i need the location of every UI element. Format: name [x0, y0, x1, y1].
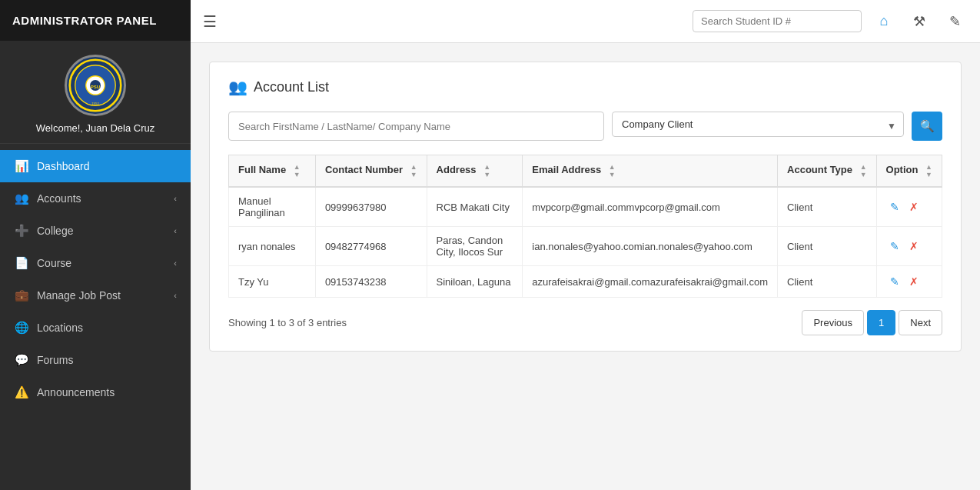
sort-icon-account-type[interactable]: ▲▼ [860, 163, 867, 178]
locations-icon: 🌐 [14, 321, 29, 335]
sidebar-item-accounts[interactable]: 👥 Accounts ‹ [0, 182, 191, 215]
sidebar-item-forums[interactable]: 💬 Forums [0, 344, 191, 376]
search-button[interactable]: 🔍 [912, 112, 942, 141]
sidebar-item-locations[interactable]: 🌐 Locations [0, 312, 191, 344]
edit-button-2[interactable]: ✎ [886, 274, 903, 289]
cell-account-type: Client [778, 187, 877, 227]
svg-text:1952: 1952 [91, 102, 99, 105]
course-icon: 📄 [14, 256, 29, 270]
cell-option: ✎ ✗ [876, 266, 942, 298]
sidebar-item-course[interactable]: 📄 Course ‹ [0, 247, 191, 279]
col-address: Address ▲▼ [427, 155, 523, 188]
delete-button-2[interactable]: ✗ [905, 274, 922, 289]
table-footer: Showing 1 to 3 of 3 entries Previous 1 N… [228, 310, 942, 335]
home-icon[interactable]: ⌂ [871, 8, 897, 35]
chevron-icon-college: ‹ [174, 226, 177, 235]
forums-icon: 💬 [14, 353, 29, 367]
main-content: ☰ ⌂ ⚒ ✎ 👥 Account List Company Client In… [191, 0, 980, 490]
sidebar-item-label-accounts: Accounts [37, 192, 81, 205]
col-email: Email Address ▲▼ [523, 155, 778, 188]
cell-email: azurafeisakrai@gmail.comazurafeisakrai@g… [523, 266, 778, 298]
account-list-title: 👥 Account List [228, 78, 942, 96]
chevron-icon-course: ‹ [174, 258, 177, 268]
sidebar-logo: PSU 1952 [65, 55, 126, 116]
cell-email: mvpcorp@gmail.commvpcorp@gmail.com [523, 187, 778, 227]
dashboard-icon: 📊 [14, 159, 29, 173]
filter-row: Company Client Individual Client All ▼ 🔍 [228, 112, 942, 141]
edit-button-0[interactable]: ✎ [886, 199, 903, 215]
cell-fullname: Manuel Pangilinan [229, 187, 316, 227]
cell-address: Paras, Candon City, Ilocos Sur [427, 227, 523, 266]
table-header-row: Full Name ▲▼ Contact Number ▲▼ Address ▲… [229, 155, 942, 188]
account-card: 👥 Account List Company Client Individual… [209, 62, 962, 352]
table-row: ryan nonales 09482774968 Paras, Candon C… [229, 227, 942, 266]
pagination: Previous 1 Next [802, 310, 942, 335]
announcements-icon: ⚠️ [14, 385, 29, 399]
account-type-select[interactable]: Company Client Individual Client All [612, 112, 904, 137]
wrench-icon[interactable]: ⚒ [906, 8, 932, 35]
previous-button[interactable]: Previous [802, 310, 864, 335]
col-contact: Contact Number ▲▼ [315, 155, 427, 188]
cell-option: ✎ ✗ [876, 227, 942, 266]
cell-account-type: Client [778, 227, 877, 266]
cell-address: RCB Makati City [427, 187, 523, 227]
page-1-button[interactable]: 1 [867, 310, 895, 335]
page-title: Account List [254, 79, 329, 95]
sidebar-item-announcements[interactable]: ⚠️ Announcements [0, 376, 191, 408]
sort-icon-email[interactable]: ▲▼ [609, 163, 616, 178]
name-search-input[interactable] [228, 112, 604, 141]
delete-button-1[interactable]: ✗ [905, 238, 922, 254]
sidebar: ADMINISTRATOR PANEL PSU 1952 Welcome!, J… [0, 0, 191, 490]
table-body: Manuel Pangilinan 09999637980 RCB Makati… [229, 187, 942, 298]
sidebar-logo-area: PSU 1952 Welcome!, Juan Dela Cruz [0, 41, 191, 144]
cell-fullname: Tzy Yu [229, 266, 316, 298]
sidebar-item-dashboard[interactable]: 📊 Dashboard [0, 150, 191, 182]
hamburger-icon[interactable]: ☰ [203, 12, 217, 31]
sidebar-item-college[interactable]: ➕ College ‹ [0, 215, 191, 247]
cell-email: ian.nonales@yahoo.comian.nonales@yahoo.c… [523, 227, 778, 266]
cell-contact: 09482774968 [315, 227, 427, 266]
cell-option: ✎ ✗ [876, 187, 942, 227]
accounts-icon: 👥 [14, 192, 29, 205]
sort-icon-address[interactable]: ▲▼ [483, 163, 490, 178]
sort-icon-option[interactable]: ▲▼ [925, 163, 932, 178]
sidebar-item-label-announcements: Announcements [37, 386, 115, 398]
sort-icon-fullname[interactable]: ▲▼ [294, 163, 301, 178]
chevron-icon-job-post: ‹ [174, 291, 177, 300]
users-icon: 👥 [228, 78, 247, 96]
job-post-icon: 💼 [14, 288, 29, 302]
edit-button-1[interactable]: ✎ [886, 238, 903, 254]
topbar: ☰ ⌂ ⚒ ✎ [191, 0, 980, 43]
cell-account-type: Client [778, 266, 877, 298]
chevron-icon-accounts: ‹ [174, 194, 177, 203]
sidebar-item-label-forums: Forums [37, 354, 73, 366]
sidebar-item-label-course: Course [37, 257, 71, 269]
table-row: Tzy Yu 09153743238 Siniloan, Laguna azur… [229, 266, 942, 298]
cell-fullname: ryan nonales [229, 227, 316, 266]
delete-button-0[interactable]: ✗ [905, 199, 922, 215]
cell-address: Siniloan, Laguna [427, 266, 523, 298]
search-icon: 🔍 [920, 119, 935, 133]
sidebar-nav: 📊 Dashboard 👥 Accounts ‹ ➕ College ‹ 📄 C… [0, 144, 191, 490]
sidebar-item-manage-job-post[interactable]: 💼 Manage Job Post ‹ [0, 279, 191, 312]
sort-icon-contact[interactable]: ▲▼ [410, 163, 417, 178]
showing-text: Showing 1 to 3 of 3 entries [228, 317, 347, 328]
col-fullname: Full Name ▲▼ [229, 155, 316, 188]
sidebar-welcome: Welcome!, Juan Dela Cruz [30, 122, 161, 134]
type-select-wrapper: Company Client Individual Client All ▼ [612, 112, 904, 141]
cell-contact: 09999637980 [315, 187, 427, 227]
student-id-search-input[interactable] [693, 10, 862, 32]
sidebar-item-label-manage-job-post: Manage Job Post [37, 289, 121, 302]
cell-contact: 09153743238 [315, 266, 427, 298]
sidebar-item-label-locations: Locations [37, 322, 83, 334]
next-button[interactable]: Next [899, 310, 942, 335]
edit-icon[interactable]: ✎ [942, 8, 968, 35]
col-option: Option ▲▼ [876, 155, 942, 188]
svg-text:PSU: PSU [91, 84, 101, 89]
accounts-table: Full Name ▲▼ Contact Number ▲▼ Address ▲… [228, 155, 942, 298]
sidebar-item-label-dashboard: Dashboard [37, 160, 90, 172]
sidebar-title: ADMINISTRATOR PANEL [0, 0, 191, 41]
table-row: Manuel Pangilinan 09999637980 RCB Makati… [229, 187, 942, 227]
college-icon: ➕ [14, 224, 29, 238]
content-area: 👥 Account List Company Client Individual… [191, 43, 980, 490]
